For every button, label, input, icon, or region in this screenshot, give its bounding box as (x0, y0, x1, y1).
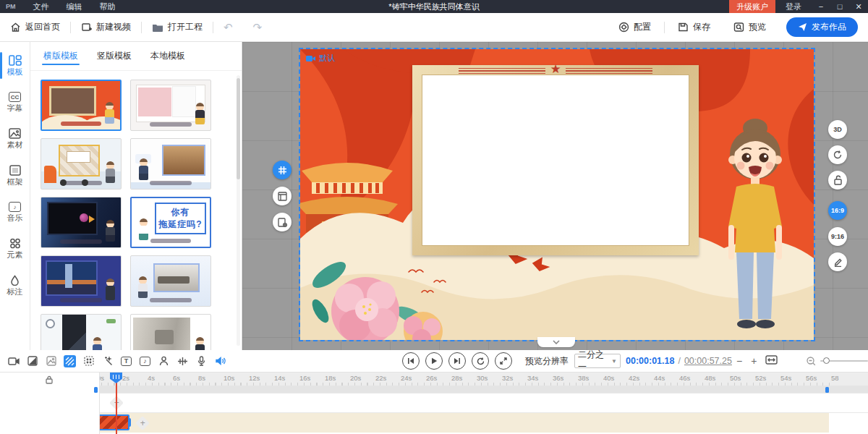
left-sidebar: 模板 CC 字幕 素材 框架 ♪ 音乐 元素 标注 (0, 42, 30, 350)
sidebar-item-subtitles[interactable]: CC 字幕 (0, 86, 30, 118)
open-project-button[interactable]: 打开工程 (142, 13, 213, 41)
collapse-timeline-tab[interactable] (537, 337, 575, 347)
timeline-range-strip[interactable] (100, 386, 868, 393)
microphone-icon[interactable] (195, 355, 208, 367)
text-icon[interactable]: T (120, 355, 132, 367)
zoom-slider[interactable] (820, 360, 868, 362)
frame-settings-button[interactable] (273, 213, 292, 231)
sidebar-item-annotations[interactable]: 标注 (0, 269, 30, 302)
template-thumbnail[interactable]: 你有拖延症吗? (130, 197, 211, 248)
maximize-button[interactable]: □ (830, 0, 849, 13)
duration-decrease-button[interactable]: − (732, 355, 746, 367)
track-row-background: 背景 (0, 412, 868, 433)
shape-icon[interactable] (26, 355, 38, 367)
zoom-out-icon[interactable] (807, 357, 816, 366)
preview-button[interactable]: 预览 (723, 21, 776, 33)
frame-guide-button[interactable] (273, 187, 292, 205)
video-stage[interactable]: ★ (300, 49, 814, 340)
3d-button[interactable]: 3D (828, 120, 847, 139)
camera-icon (306, 55, 316, 62)
minimize-button[interactable]: − (812, 0, 830, 13)
template-thumbnail[interactable] (41, 255, 122, 307)
menu-file[interactable]: 文件 (25, 1, 58, 12)
lock-button[interactable] (828, 171, 847, 190)
canvas-area: ★ (242, 42, 868, 350)
elements-lane[interactable] (100, 393, 868, 412)
timeline-ruler[interactable]: 0s2s4s6s8s10s12s14s16s18s20s22s24s26s28s… (100, 373, 868, 386)
photo-frame[interactable]: ★ (412, 65, 699, 255)
thumbnail-character (195, 337, 205, 350)
sidebar-item-materials[interactable]: 素材 (0, 122, 30, 155)
zoom-slider-knob[interactable] (823, 357, 830, 364)
close-button[interactable]: ✕ (849, 0, 868, 13)
magic-wand-icon[interactable] (101, 355, 114, 367)
upgrade-account-button[interactable]: 升级账户 (729, 0, 775, 13)
background-icon[interactable] (64, 355, 76, 367)
sidebar-item-templates[interactable]: 模板 (0, 49, 30, 82)
total-duration[interactable]: 00:00:57.25 (684, 356, 732, 366)
frame-content-area[interactable] (422, 75, 689, 246)
new-video-button[interactable]: 新建视频 (71, 13, 141, 41)
character-girl[interactable] (715, 116, 796, 335)
audio-wave-icon[interactable] (176, 355, 189, 367)
video-icon[interactable] (7, 355, 20, 367)
paper-plane-icon (798, 22, 807, 32)
template-thumbnail[interactable] (130, 255, 211, 307)
thumbnail-caption-bar (60, 298, 101, 302)
fit-timeline-button[interactable] (765, 355, 778, 367)
template-thumbnail[interactable] (130, 80, 211, 131)
menu-help[interactable]: 帮助 (91, 1, 124, 12)
open-folder-icon (152, 22, 163, 33)
redo-button[interactable]: ↷ (243, 21, 273, 34)
tick-label: 16s (299, 374, 310, 382)
star-icon: ★ (550, 63, 561, 75)
tab-vertical-templates[interactable]: 竖版模板 (95, 43, 133, 69)
sidebar-item-elements[interactable]: 元素 (0, 232, 30, 265)
duration-increase-button[interactable]: + (746, 355, 761, 367)
template-thumbnail[interactable] (41, 138, 122, 190)
range-end-marker[interactable] (825, 387, 829, 393)
sound-effect-icon[interactable] (214, 355, 226, 367)
rotate-button[interactable] (828, 145, 847, 164)
range-start-marker[interactable] (94, 387, 98, 393)
menu-edit[interactable]: 编辑 (58, 1, 91, 12)
scene-label[interactable]: 默认 (306, 53, 335, 64)
fullscreen-button[interactable] (495, 352, 512, 370)
save-button[interactable]: 保存 (668, 21, 720, 33)
edit-pencil-button[interactable] (828, 252, 847, 271)
config-button[interactable]: 配置 (608, 21, 661, 33)
character-icon[interactable] (158, 355, 170, 367)
publish-button[interactable]: 发布作品 (786, 17, 858, 37)
template-thumbnail[interactable] (41, 314, 122, 350)
tick-label: 18s (325, 374, 336, 382)
play-button[interactable] (425, 352, 443, 370)
tab-horizontal-templates[interactable]: 横版模板 (42, 43, 80, 69)
effect-icon[interactable] (82, 355, 95, 367)
tick-label: 30s (477, 374, 488, 382)
aspect-9-16-button[interactable]: 9:16 (828, 227, 847, 246)
lock-all-icon[interactable] (45, 375, 54, 384)
tick-label: 12s (249, 374, 260, 382)
sidebar-item-music[interactable]: ♪ 音乐 (0, 196, 30, 228)
login-button[interactable]: 登录 (775, 1, 812, 12)
grid-toggle-button[interactable] (273, 161, 292, 179)
undo-button[interactable]: ↶ (213, 21, 243, 34)
tab-local-templates[interactable]: 本地模板 (149, 43, 187, 69)
skip-forward-button[interactable] (448, 352, 466, 370)
template-thumbnail[interactable] (41, 80, 122, 131)
template-thumbnail[interactable] (130, 314, 211, 350)
template-thumbnail[interactable] (41, 197, 122, 248)
resolution-select[interactable]: 二分之一 ▼ (574, 354, 621, 368)
skip-back-button[interactable] (402, 352, 420, 370)
home-button[interactable]: 返回首页 (0, 13, 70, 41)
background-lane[interactable] (100, 413, 868, 433)
background-clip[interactable] (95, 414, 129, 430)
template-scrollbar[interactable] (237, 75, 240, 346)
tick-label: 34s (527, 374, 538, 382)
replay-button[interactable] (472, 352, 489, 370)
music-track-icon[interactable]: ♪ (139, 355, 151, 367)
template-thumbnail[interactable] (130, 138, 211, 190)
sidebar-item-frames[interactable]: 框架 (0, 159, 30, 192)
picture-icon[interactable] (45, 355, 57, 367)
aspect-16-9-button[interactable]: 16:9 (828, 201, 847, 220)
